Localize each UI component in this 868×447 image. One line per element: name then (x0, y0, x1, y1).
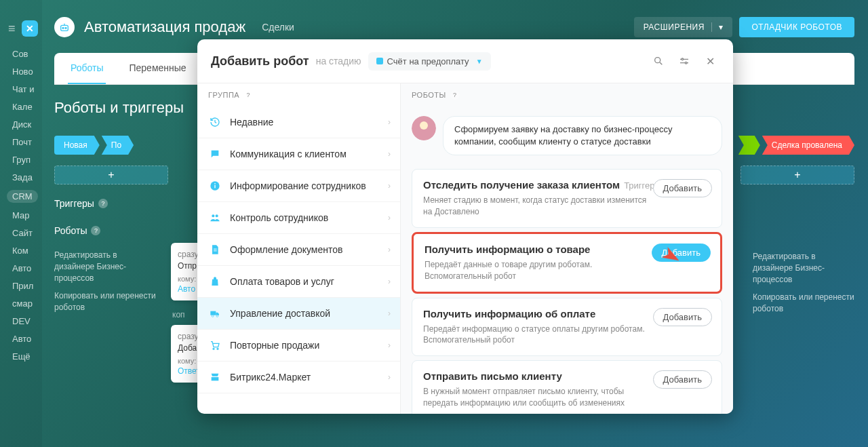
add-robot-modal: Добавить робот на стадию Счёт на предопл… (197, 39, 733, 414)
pipeline-stages-right: Сделка провалена (738, 136, 854, 155)
nav-item[interactable]: Ново (12, 66, 38, 77)
group-label: Оплата товаров и услуг (230, 276, 334, 287)
close-tab-button[interactable]: ✕ (22, 20, 38, 37)
nav-item[interactable]: Сайт (12, 228, 38, 238)
add-robot-button[interactable]: Добавить (652, 244, 711, 262)
group-item-chat[interactable]: Коммуникация с клиентом› (197, 138, 400, 170)
assistant-text: Сформируем заявку на доставку по бизнес-… (443, 116, 722, 155)
robots-column: РОБОТЫ? Сформируем заявку на доставку по… (401, 83, 733, 414)
group-label: Информирование сотрудников (230, 180, 366, 191)
add-robot-button[interactable]: Добавить (653, 308, 712, 326)
nav-item[interactable]: Мар (12, 210, 38, 220)
nav-item[interactable]: Авто (12, 334, 38, 344)
robot-description: Меняет стадию в момент, когда статус дос… (423, 195, 711, 218)
nav-item[interactable]: Диск (12, 119, 38, 130)
nav-list: СовНовоЧат иКалеДискПочтГрупЗадаCRMМарСа… (12, 49, 38, 362)
nav-item[interactable]: Прил (12, 281, 38, 291)
stage-new[interactable]: Новая (54, 136, 100, 155)
group-label: Недавние (230, 117, 273, 128)
copy-robots-link[interactable]: Копировать или перенести роботов (54, 290, 156, 313)
robot-title: Отследить получение заказа клиентом (423, 179, 620, 191)
nav-item[interactable]: CRM (7, 190, 38, 203)
svg-rect-18 (214, 250, 217, 251)
truck-icon (208, 307, 222, 320)
add-robot-button[interactable]: Добавить (653, 179, 712, 197)
copy-robots-link-right[interactable]: Копировать или перенести роботов (753, 292, 854, 315)
robot-list: Отследить получение заказа клиентомТригг… (401, 165, 733, 414)
help-icon[interactable]: ? (98, 199, 108, 208)
assistant-hint: Сформируем заявку на доставку по бизнес-… (412, 116, 722, 155)
cart-icon (208, 338, 222, 352)
tab-robots[interactable]: Роботы (68, 53, 106, 84)
edit-designer-link[interactable]: Редактировать в дизайнере Бизнес-процесс… (54, 250, 156, 284)
chevron-down-icon[interactable]: ▾ (711, 22, 724, 32)
help-icon[interactable]: ? (450, 90, 460, 100)
svg-point-2 (65, 27, 66, 28)
nav-item[interactable]: DEV (12, 316, 38, 326)
hamburger-icon[interactable]: ≡ (8, 22, 16, 36)
breadcrumb[interactable]: Сделки (262, 22, 294, 33)
nav-item[interactable]: Кале (12, 102, 38, 112)
modal-title: Добавить робот (211, 54, 309, 69)
group-label: Оформление документов (230, 244, 343, 255)
chevron-right-icon: › (388, 277, 391, 286)
chat-icon (208, 147, 222, 161)
search-icon[interactable] (649, 52, 668, 71)
svg-rect-13 (214, 185, 215, 189)
nav-item[interactable]: Почт (12, 137, 38, 147)
group-label: Коммуникация с клиентом (230, 149, 347, 159)
group-item-bag[interactable]: Оплата товаров и услуг› (197, 266, 400, 298)
svg-point-23 (217, 348, 218, 349)
svg-line-5 (660, 62, 662, 64)
robot-description: Передаёт данные о товаре другим роботам.… (425, 259, 709, 282)
robot-debugger-button[interactable]: ОТЛАДЧИК РОБОТОВ (739, 17, 854, 37)
tab-variables[interactable]: Переменные (126, 53, 189, 84)
chevron-right-icon: › (388, 117, 391, 127)
robot-description: В нужный момент отправляет письмо клиент… (423, 386, 711, 409)
right-links: Редактировать в дизайнере Бизнес-процесс… (753, 251, 854, 322)
group-item-history[interactable]: Недавние› (197, 106, 400, 138)
nav-item[interactable]: Груп (12, 155, 38, 165)
nav-item[interactable]: Авто (12, 263, 38, 273)
add-stage-left-button[interactable]: + (54, 166, 168, 184)
nav-item[interactable]: Ещё (12, 351, 38, 362)
nav-item[interactable]: Сов (12, 49, 38, 59)
svg-rect-0 (61, 25, 68, 31)
stage-lost[interactable]: Сделка провалена (762, 136, 854, 155)
left-section: Триггеры? Роботы? Редактировать в дизайн… (54, 198, 156, 320)
group-item-doc[interactable]: Оформление документов› (197, 234, 400, 266)
add-robot-button[interactable]: Добавить (653, 370, 712, 389)
stage-won[interactable] (738, 136, 760, 155)
settings-icon[interactable] (675, 52, 694, 71)
stage-selector[interactable]: Счёт на предоплату ▼ (368, 52, 491, 71)
group-item-truck[interactable]: Управление доставкой› (197, 298, 400, 330)
edit-designer-link-right[interactable]: Редактировать в дизайнере Бизнес-процесс… (753, 251, 854, 285)
nav-item[interactable]: смар (12, 298, 38, 309)
extensions-button[interactable]: РАСШИРЕНИЯ▾ (634, 17, 733, 37)
market-icon (208, 370, 222, 384)
help-icon[interactable]: ? (91, 226, 100, 235)
nav-item[interactable]: Чат и (12, 84, 38, 94)
nav-item[interactable]: Зада (12, 172, 38, 182)
group-item-info[interactable]: Информирование сотрудников› (197, 170, 400, 202)
close-icon[interactable]: ✕ (701, 52, 719, 71)
modal-subtitle: на стадию (316, 56, 361, 66)
nav-item[interactable]: Ком (12, 246, 38, 256)
add-stage-right-button[interactable]: + (741, 166, 854, 184)
svg-point-22 (213, 348, 214, 349)
group-item-people[interactable]: Контроль сотрудников› (197, 202, 400, 234)
chevron-right-icon: › (388, 149, 391, 159)
chevron-right-icon: › (388, 372, 391, 382)
svg-point-1 (62, 27, 64, 28)
help-icon[interactable]: ? (243, 90, 253, 100)
stage-color-icon (376, 58, 383, 64)
robot-title: Получить информацию о товаре (425, 244, 590, 255)
svg-point-20 (212, 315, 214, 317)
header-actions: РАСШИРЕНИЯ▾ ОТЛАДЧИК РОБОТОВ (634, 17, 854, 37)
group-item-market[interactable]: Битрикс24.Маркет› (197, 362, 400, 393)
group-item-cart[interactable]: Повторные продажи› (197, 330, 400, 362)
chevron-right-icon: › (388, 213, 391, 222)
stage-next[interactable]: По (102, 136, 134, 155)
main-sidebar: ≡ ✕ СовНовоЧат иКалеДискПочтГрупЗадаCRMМ… (0, 0, 42, 447)
svg-point-15 (212, 214, 214, 217)
